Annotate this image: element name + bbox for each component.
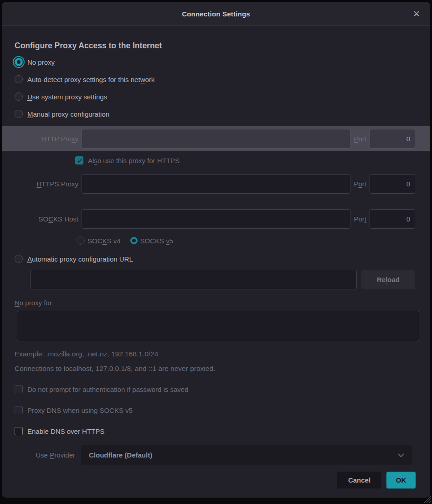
label-text: Re [377, 276, 386, 283]
label-text: o proxy for [20, 299, 52, 307]
label-text: Por [354, 215, 364, 223]
label-text: SOCKS [140, 237, 166, 245]
doh-label: Enable DNS over HTTPS [27, 427, 104, 435]
auto-detect-radio[interactable] [15, 75, 23, 83]
label-text: utomatic proxy configuration URL [32, 255, 133, 263]
radio-row-system-proxy[interactable]: Use system proxy settings [2, 88, 430, 105]
label-text: Auto-detect proxy settings for this net [27, 76, 140, 83]
manual-proxy-radio[interactable] [15, 110, 23, 118]
label-text: SOC [87, 237, 103, 245]
proxy-dns-checkbox[interactable] [15, 406, 23, 414]
provider-row: Use Provider Cloudflare (Default) [2, 445, 430, 465]
https-port-input[interactable] [370, 174, 415, 194]
access-key: M [27, 110, 33, 118]
auto-url-label: Automatic proxy configuration URL [27, 255, 133, 263]
label-text: cation if password is saved [107, 386, 188, 393]
http-proxy-label: HTTP Proxy [15, 135, 78, 143]
access-key: b [40, 427, 43, 435]
example-note: Example: .mozilla.org, .net.nz, 192.168.… [2, 350, 430, 358]
label-text: Ena [27, 427, 40, 435]
access-key: w [140, 76, 145, 83]
label-text: anual proxy configuration [33, 110, 110, 118]
label-text: SO [38, 215, 48, 223]
page-title: Configure Proxy Access to the Internet [15, 41, 416, 51]
http-port-input[interactable] [370, 129, 415, 149]
label-text: P [354, 180, 358, 188]
access-key: P [354, 135, 358, 143]
no-proxy-for-textarea[interactable] [17, 311, 419, 341]
access-key: x [72, 135, 75, 143]
label-text: le DNS over HTTPS [43, 427, 104, 435]
label-text: Do not prompt for authent [27, 386, 105, 393]
label-text: y [75, 135, 79, 143]
cancel-button[interactable]: Cancel [337, 472, 381, 489]
access-key: U [27, 93, 32, 101]
radio-row-auto-url[interactable]: Automatic proxy configuration URL [2, 253, 430, 264]
label-text: HTTP Pro [41, 135, 72, 143]
access-key: C [48, 215, 53, 223]
http-port-label: Port [354, 135, 366, 143]
chevron-down-icon [397, 453, 405, 458]
auto-url-input-row: Reload [2, 270, 430, 289]
label-text: se system proxy settings [32, 93, 107, 101]
access-key: K [103, 237, 107, 245]
label-text: oad [387, 276, 400, 283]
socks-v5-label: SOCKS v5 [140, 237, 174, 245]
also-https-row[interactable]: Also use this proxy for HTTPS [2, 154, 430, 166]
access-key: o [358, 180, 362, 188]
http-proxy-input[interactable] [82, 129, 350, 149]
label-text: KS Host [53, 215, 78, 223]
socks-v4-radio[interactable] [77, 237, 85, 245]
close-button[interactable]: ✕ [410, 8, 423, 20]
access-key: t [365, 215, 366, 223]
no-proxy-radio[interactable] [15, 58, 23, 66]
system-proxy-radio[interactable] [15, 93, 23, 101]
doh-row[interactable]: Enable DNS over HTTPS [2, 426, 430, 436]
proxy-dns-label: Proxy DNS when using SOCKS v5 [27, 406, 133, 414]
label-text: Use [36, 451, 50, 459]
provider-select[interactable]: Cloudflare (Default) [81, 445, 412, 465]
https-proxy-row: HTTPS Proxy Port [2, 173, 430, 195]
https-port-label: Port [354, 180, 366, 188]
label-text: 5 [170, 237, 173, 245]
socks-host-input[interactable] [82, 209, 350, 229]
access-key: N [15, 299, 20, 307]
no-proxy-for-label: No proxy for [2, 299, 430, 307]
auto-url-input[interactable] [30, 270, 357, 289]
doh-checkbox[interactable] [15, 427, 23, 435]
label-text: TTPS Proxy [41, 180, 78, 188]
ok-button[interactable]: OK [386, 472, 416, 489]
no-auth-prompt-checkbox[interactable] [15, 385, 23, 393]
socks-v4-label: SOCKS v4 [87, 237, 121, 245]
radio-row-no-proxy[interactable]: No proxy [2, 53, 430, 71]
radio-row-auto-detect[interactable]: Auto-detect proxy settings for this netw… [2, 71, 430, 88]
use-provider-label: Use Provider [27, 451, 75, 459]
proxy-dns-row[interactable]: Proxy DNS when using SOCKS v5 [2, 405, 430, 415]
radio-row-manual-proxy[interactable]: Manual proxy configuration [2, 105, 430, 123]
label-text: ort [358, 135, 366, 143]
https-proxy-label: HTTPS Proxy [15, 180, 78, 188]
access-key: D [47, 406, 52, 414]
reload-button[interactable]: Reload [361, 270, 415, 289]
socks-v5-radio[interactable] [130, 237, 138, 244]
provider-selected-value: Cloudflare (Default) [89, 451, 152, 459]
auto-url-radio[interactable] [15, 255, 23, 263]
label-text: No prox [27, 58, 51, 66]
connection-settings-dialog: Connection Settings ✕ Configure Proxy Ac… [2, 2, 430, 498]
access-key: A [27, 255, 32, 263]
dialog-title: Connection Settings [182, 10, 250, 18]
screen-background: Connection Settings ✕ Configure Proxy Ac… [0, 0, 432, 504]
checkmark-icon [77, 158, 82, 164]
also-https-checkbox[interactable] [75, 156, 83, 165]
auto-detect-label: Auto-detect proxy settings for this netw… [27, 76, 154, 83]
no-auth-prompt-row[interactable]: Do not prompt for authentication if pass… [2, 384, 430, 394]
socks-port-input[interactable] [370, 209, 415, 229]
label-text: ork [145, 76, 154, 83]
label-text: NS when using SOCKS v5 [51, 406, 133, 414]
also-https-label: Also use this proxy for HTTPS [88, 157, 180, 165]
access-key: y [51, 58, 55, 66]
label-text: Proxy [27, 406, 47, 414]
label-text: S v4 [107, 237, 121, 245]
socks-host-label: SOCKS Host [15, 215, 78, 223]
https-proxy-input[interactable] [82, 174, 350, 194]
